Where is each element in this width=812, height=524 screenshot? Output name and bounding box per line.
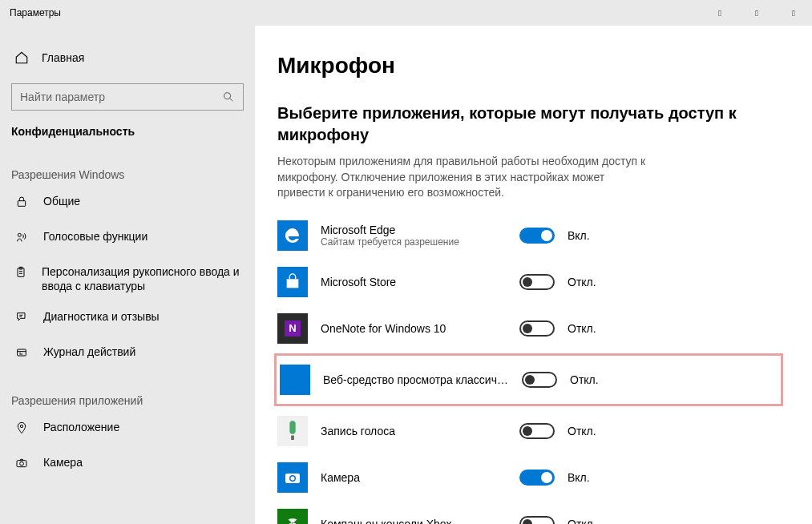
clipboard-icon [14,264,27,279]
location-icon [14,420,29,434]
svg-rect-10 [18,349,26,356]
app-toggle[interactable] [519,423,555,439]
section-title: Конфиденциальность [0,111,255,146]
svg-point-3 [18,233,21,236]
sidebar-item-diagnostics[interactable]: Диагностика и отзывы [0,301,255,337]
app-name: Запись голоса [321,425,507,437]
page-title: Микрофон [277,53,780,79]
app-row: NOneNote for Windows 10Откл. [277,305,780,352]
app-icon: N [277,313,308,344]
svg-point-22 [291,476,295,480]
sidebar-item-label: Персонализация рукописного ввода и ввода… [42,264,244,293]
page-subtitle: Выберите приложения, которые могут получ… [277,103,780,146]
app-icon [277,416,308,446]
toggle-state-label: Откл. [568,518,603,524]
app-name: Компаньон консоли Xbox [321,518,507,524]
sidebar-item-label: Голосовые функции [43,229,147,244]
app-name: Веб-средство просмотра классиче... [323,373,509,386]
close-button[interactable]:  [775,0,812,26]
svg-point-16 [20,462,24,466]
app-name: Microsoft Edge [321,224,507,236]
minimize-button[interactable]:  [701,0,738,26]
sidebar-item-label: Расположение [43,420,119,434]
app-icon [277,220,308,251]
group-windows-permissions: Разрешения Windows [0,146,255,186]
app-toggle[interactable] [519,274,555,290]
svg-rect-17 [287,279,299,288]
content-pane: Микрофон Выберите приложения, которые мо… [255,26,812,524]
sidebar-item-location[interactable]: Расположение [0,412,255,447]
toggle-state-label: Вкл. [568,229,603,242]
svg-point-14 [20,425,22,428]
app-toggle[interactable] [519,516,555,524]
window-title: Параметры [10,7,61,18]
search-input[interactable]: Найти параметр [11,83,244,111]
camera-icon [14,455,29,470]
group-app-permissions: Разрешения приложений [0,372,255,412]
app-row: Компаньон консоли XboxОткл. [277,501,780,524]
toggle-state-label: Откл. [568,276,603,288]
lock-icon [14,194,29,208]
app-row: Веб-средство просмотра классиче...Откл. [274,353,783,406]
toggle-state-label: Откл. [570,373,605,386]
app-name: OneNote for Windows 10 [321,322,507,335]
sidebar-item-label: Журнал действий [43,345,135,359]
app-icon [277,509,308,524]
svg-line-1 [230,99,233,102]
search-placeholder: Найти параметр [20,91,105,103]
page-description: Некоторым приложениям для правильной раб… [277,154,646,201]
sidebar: Главная Найти параметр Конфиденциальност… [0,26,255,524]
app-toggle[interactable] [519,470,555,486]
sidebar-item-activity[interactable]: Журнал действий [0,337,255,372]
home-icon [14,50,29,65]
maximize-button[interactable]:  [738,0,775,26]
app-toggle[interactable] [519,228,555,244]
sidebar-item-general[interactable]: Общие [0,186,255,221]
sidebar-item-label: Камера [43,455,83,470]
sidebar-item-inking[interactable]: Персонализация рукописного ввода и ввода… [0,256,255,301]
speech-icon [14,229,29,244]
app-icon [277,267,308,297]
titlebar: Параметры    [0,0,812,26]
sidebar-item-speech[interactable]: Голосовые функции [0,221,255,256]
app-icon [277,462,308,493]
sidebar-item-camera[interactable]: Камера [0,447,255,482]
search-icon [222,91,235,103]
sidebar-item-label: Общие [43,194,80,208]
svg-point-0 [224,93,231,99]
sidebar-item-label: Диагностика и отзывы [43,309,160,324]
history-icon [14,345,29,359]
app-row: Запись голосаОткл. [277,408,780,454]
app-name: Microsoft Store [321,276,507,288]
svg-rect-18 [289,421,295,434]
app-row: Microsoft EdgeСайтам требуется разрешени… [277,212,780,259]
app-row: КамераВкл. [277,454,780,501]
app-name: Камера [321,471,507,484]
app-icon [280,365,310,395]
app-subtext: Сайтам требуется разрешение [321,236,507,248]
app-toggle[interactable] [522,372,557,388]
app-row: Microsoft StoreОткл. [277,259,780,305]
svg-rect-2 [18,201,25,207]
svg-rect-19 [291,435,294,440]
app-list: Microsoft EdgeСайтам требуется разрешени… [277,212,780,524]
toggle-state-label: Вкл. [568,471,603,484]
home-link[interactable]: Главная [0,42,255,74]
app-toggle[interactable] [519,320,555,337]
feedback-icon [14,309,29,324]
toggle-state-label: Откл. [568,425,603,437]
toggle-state-label: Откл. [568,322,603,335]
home-label: Главная [42,51,84,64]
